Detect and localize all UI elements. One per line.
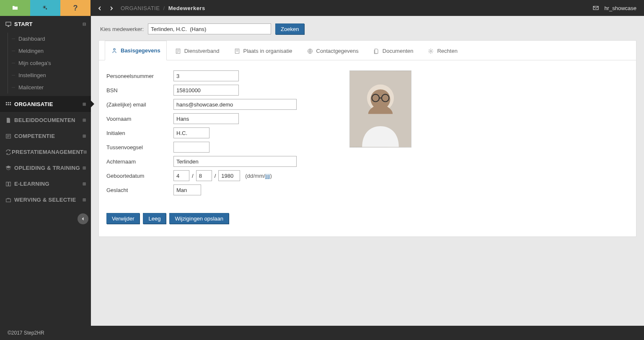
input-voornaam[interactable] xyxy=(173,113,239,124)
sidebar-section-organisatie[interactable]: ORGANISATIE ⊞ xyxy=(0,96,91,112)
breadcrumb-page: Medewerkers xyxy=(168,5,205,11)
sidebar: START ⊟ Dashboard Meldingen Mijn collega… xyxy=(0,16,91,326)
label-initialen: Initialen xyxy=(106,130,173,136)
chevron-left-icon xyxy=(80,216,85,221)
sidebar-section-werving[interactable]: WERVING & SELECTIE ⊞ xyxy=(0,192,91,208)
label-bsn: BSN xyxy=(106,87,173,93)
mail-button[interactable] xyxy=(592,5,599,12)
tab-contact[interactable]: Contactgegevens xyxy=(300,41,365,60)
sidebar-collapse-button[interactable] xyxy=(78,213,88,224)
input-email[interactable] xyxy=(173,99,297,110)
sidebar-section-label: START xyxy=(14,21,83,27)
grid-icon xyxy=(5,100,14,108)
breadcrumb: ORGANISATIE / Medewerkers xyxy=(121,5,205,11)
dob-format-hint: (dd/mm/jjjj) xyxy=(245,173,272,179)
svg-rect-10 xyxy=(6,199,11,202)
files-icon xyxy=(373,47,380,55)
sidebar-section-prestatie[interactable]: PRESTATIEMANAGEMENT ⊞ xyxy=(0,144,91,160)
label-geboortedatum: Geboortedatum xyxy=(106,173,173,179)
label-tussenvoegsel: Tussenvoegsel xyxy=(106,144,173,151)
tab-plaats[interactable]: Plaats in organisatie xyxy=(228,41,299,60)
input-achternaam[interactable] xyxy=(173,156,297,167)
org-icon xyxy=(234,47,241,55)
refresh-icon xyxy=(5,148,12,156)
search-label: Kies medewerker: xyxy=(100,26,144,32)
label-geslacht: Geslacht xyxy=(106,187,173,193)
sidebar-section-beleid[interactable]: BELEIDDOCUMENTEN ⊞ xyxy=(0,112,91,128)
collapse-icon: ⊟ xyxy=(83,22,86,26)
svg-rect-8 xyxy=(10,104,11,105)
svg-point-15 xyxy=(430,50,432,52)
folder-button[interactable] xyxy=(0,0,30,16)
folder-icon xyxy=(12,5,18,11)
input-dob-day[interactable] xyxy=(173,170,189,181)
help-button[interactable]: ? xyxy=(60,0,91,16)
year-format-link[interactable]: jjjj xyxy=(265,173,270,179)
delete-button[interactable]: Verwijder xyxy=(106,213,140,224)
breadcrumb-section[interactable]: ORGANISATIE xyxy=(121,5,160,11)
svg-rect-2 xyxy=(6,22,11,26)
settings-button[interactable] xyxy=(30,0,60,16)
gears-icon xyxy=(42,5,49,11)
sidebar-item-collegas[interactable]: Mijn collega's xyxy=(0,57,91,69)
list-icon xyxy=(5,132,14,140)
svg-rect-6 xyxy=(6,104,7,105)
svg-point-0 xyxy=(44,6,45,8)
forward-button[interactable] xyxy=(108,4,115,13)
input-bsn[interactable] xyxy=(173,85,239,96)
input-personeelsnummer[interactable] xyxy=(173,70,239,81)
envelope-icon xyxy=(592,5,599,11)
monitor-icon xyxy=(5,20,14,28)
footer-text: ©2017 Step2HR xyxy=(8,330,44,336)
user-name[interactable]: hr_showcase xyxy=(604,5,636,11)
svg-point-11 xyxy=(114,49,115,50)
label-email: (Zakelijke) email xyxy=(106,101,173,108)
svg-rect-4 xyxy=(8,102,9,104)
back-button[interactable] xyxy=(96,4,103,13)
form-icon xyxy=(175,47,181,55)
save-button[interactable]: Wijzigingen opslaan xyxy=(169,213,229,224)
tab-documenten[interactable]: Documenten xyxy=(367,41,420,60)
sidebar-item-instellingen[interactable]: Instellingen xyxy=(0,69,91,81)
tab-dienstverband[interactable]: Dienstverband xyxy=(168,41,226,60)
clear-button[interactable]: Leeg xyxy=(143,213,166,224)
top-bar: ? ORGANISATIE / Medewerkers hr_showcase xyxy=(0,0,644,16)
globe-icon xyxy=(307,47,313,55)
gear-icon xyxy=(427,47,434,55)
document-icon xyxy=(5,116,14,124)
input-geslacht[interactable] xyxy=(173,184,201,195)
book-icon xyxy=(5,180,14,187)
briefcase-icon xyxy=(5,196,14,203)
avatar-placeholder-icon xyxy=(350,71,411,147)
footer: ©2017 Step2HR xyxy=(0,326,644,340)
input-dob-year[interactable] xyxy=(218,170,240,181)
graduation-icon xyxy=(5,164,14,171)
svg-rect-5 xyxy=(10,102,11,104)
employee-card: Basisgegevens Dienstverband Plaats in or… xyxy=(98,40,636,237)
tab-rechten[interactable]: Rechten xyxy=(421,41,463,60)
sidebar-section-start[interactable]: START ⊟ xyxy=(0,16,91,32)
expand-icon: ⊞ xyxy=(83,102,86,106)
tab-bar: Basisgegevens Dienstverband Plaats in or… xyxy=(99,41,636,60)
label-achternaam: Achternaam xyxy=(106,158,173,165)
input-dob-month[interactable] xyxy=(196,170,212,181)
svg-rect-3 xyxy=(6,102,7,104)
search-button[interactable]: Zoeken xyxy=(275,23,304,34)
sidebar-item-mailcenter[interactable]: Mailcenter xyxy=(0,81,91,93)
label-voornaam: Voornaam xyxy=(106,116,173,122)
sidebar-section-elearning[interactable]: E-LEARNING ⊞ xyxy=(0,176,91,192)
arrow-left-icon xyxy=(96,5,103,12)
person-icon xyxy=(111,47,118,54)
main-content: Kies medewerker: Zoeken Basisgegevens Di… xyxy=(91,16,644,326)
sidebar-item-dashboard[interactable]: Dashboard xyxy=(0,33,91,45)
label-personeelsnummer: Personeelsnummer xyxy=(106,73,173,79)
sidebar-section-competentie[interactable]: COMPETENTIE ⊞ xyxy=(0,128,91,144)
sidebar-section-opleiding[interactable]: OPLEIDING & TRAINING ⊞ xyxy=(0,160,91,176)
sidebar-item-meldingen[interactable]: Meldingen xyxy=(0,45,91,57)
tab-basisgegevens[interactable]: Basisgegevens xyxy=(105,41,167,60)
question-icon: ? xyxy=(73,4,78,13)
input-tussenvoegsel[interactable] xyxy=(173,142,209,153)
arrow-right-icon xyxy=(108,5,115,12)
input-initialen[interactable] xyxy=(173,127,209,138)
employee-search-input[interactable] xyxy=(148,23,271,34)
